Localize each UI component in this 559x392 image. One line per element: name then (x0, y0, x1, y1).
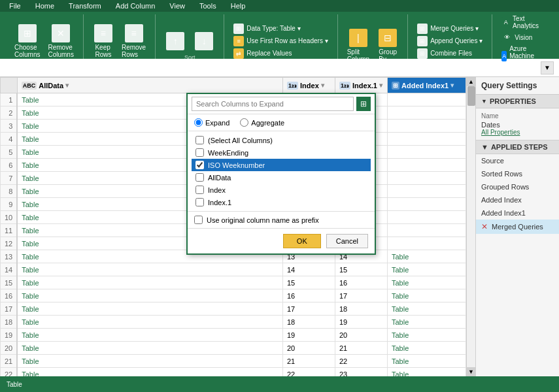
added-index1-link[interactable]: Table (392, 344, 409, 352)
search-columns-input[interactable] (192, 97, 354, 111)
tab-home[interactable]: Home (29, 0, 61, 12)
cancel-button[interactable]: Cancel (326, 234, 368, 248)
added-index1-link[interactable]: Table (392, 305, 409, 313)
step-item-grouped-rows[interactable]: Grouped Rows (476, 180, 559, 193)
col-index-sort-icon[interactable]: ▾ (321, 82, 324, 89)
added-index1-link[interactable]: Table (392, 370, 409, 377)
table-link[interactable]: Table (22, 253, 39, 261)
added-index1-link[interactable]: Table (392, 318, 409, 326)
combine-files-button[interactable]: ⊞ Combine Files (415, 48, 485, 59)
select-all-item[interactable]: (Select All Columns) (194, 134, 368, 146)
remove-rows-button[interactable]: ≡ RemoveRows (119, 23, 148, 59)
keep-rows-button[interactable]: ≡ KeepRows (90, 23, 116, 59)
table-link[interactable]: Table (22, 240, 39, 248)
search-columns-button[interactable]: ⊞ (356, 97, 371, 111)
col-alldata-header[interactable]: ABC AllData ▾ (17, 78, 282, 93)
select-all-checkbox[interactable] (195, 136, 204, 144)
added-index1-link[interactable]: Table (392, 331, 409, 339)
scroll-thumb[interactable] (467, 86, 475, 106)
table-link[interactable]: Table (22, 201, 39, 208)
table-link[interactable]: Table (22, 266, 39, 274)
added-index1-link[interactable]: Table (392, 292, 409, 300)
applied-steps-title[interactable]: ▼ APPLIED STEPS (476, 140, 559, 154)
added-index1-link[interactable]: Table (392, 266, 409, 274)
tab-file[interactable]: File (3, 0, 27, 12)
aggregate-radio[interactable] (240, 118, 248, 127)
index1-expand-item[interactable]: Index.1 (194, 196, 368, 208)
sort-asc-button[interactable]: ↑ (162, 31, 188, 52)
group-by-button[interactable]: ⊟ GroupBy (375, 27, 401, 64)
table-link[interactable]: Table (22, 357, 39, 365)
text-analytics-button[interactable]: A Text Analytics (499, 14, 547, 30)
remove-columns-button[interactable]: ✕ RemoveColumns (45, 23, 76, 59)
col-index-header[interactable]: 1₂₃ Index ▾ (283, 78, 335, 93)
weekending-item[interactable]: WeekEnding (194, 146, 368, 159)
table-link[interactable]: Table (22, 318, 39, 326)
tab-transform[interactable]: Transform (62, 0, 108, 12)
table-link[interactable]: Table (22, 135, 39, 143)
index-expand-checkbox[interactable] (195, 186, 204, 194)
col-added-index1-header[interactable]: ⊞ Added Index1 ▾ (388, 78, 466, 93)
table-link[interactable]: Table (22, 227, 39, 235)
table-link[interactable]: Table (22, 109, 39, 117)
table-link[interactable]: Table (22, 214, 39, 221)
table-link[interactable]: Table (22, 174, 39, 182)
sort-desc-button[interactable]: ↓ (191, 31, 217, 52)
step-delete-icon[interactable]: ✕ (481, 222, 488, 231)
table-link[interactable]: Table (22, 331, 39, 339)
col-alldata-sort-icon[interactable]: ▾ (65, 82, 69, 89)
table-link[interactable]: Table (22, 344, 39, 352)
scroll-up-button[interactable]: ▲ (467, 77, 476, 86)
replace-values-button[interactable]: ⇄ Replace Values (231, 48, 330, 59)
table-link[interactable]: Table (22, 305, 39, 313)
table-link[interactable]: Table (22, 292, 39, 300)
table-link[interactable]: Table (22, 161, 39, 169)
all-properties-link[interactable]: All Properties (481, 129, 554, 136)
vision-button[interactable]: 👁 Vision (499, 31, 547, 43)
first-row-button[interactable]: ≡ Use First Row as Headers ▾ (231, 35, 330, 47)
scroll-down-button[interactable]: ▼ (467, 367, 476, 376)
scroll-track[interactable] (467, 86, 475, 367)
added-index1-link[interactable]: Table (392, 279, 409, 287)
step-item-added-index[interactable]: Added Index (476, 193, 559, 206)
alldata-expand-checkbox[interactable] (195, 173, 204, 182)
step-item-sorted-rows[interactable]: Sorted Rows (476, 167, 559, 180)
tab-view[interactable]: View (163, 0, 192, 12)
expand-radio[interactable] (194, 118, 203, 127)
vertical-scrollbar[interactable]: ▲ ▼ (466, 77, 475, 376)
index-expand-item[interactable]: Index (194, 184, 368, 196)
append-queries-button[interactable]: ⊞ Append Queries ▾ (415, 35, 485, 47)
col-added-index1-sort-icon[interactable]: ▾ (450, 82, 454, 89)
aggregate-radio-label[interactable]: Aggregate (240, 118, 284, 127)
added-index1-link[interactable]: Table (392, 357, 409, 365)
step-item-merged-queries[interactable]: ✕Merged Queries (476, 220, 559, 234)
alldata-expand-item[interactable]: AllData (194, 171, 368, 184)
col-index1-header[interactable]: 1₂₃ Index.1 ▾ (335, 78, 388, 93)
col-index1-sort-icon[interactable]: ▾ (379, 82, 382, 89)
weekending-checkbox[interactable] (195, 148, 204, 157)
table-link[interactable]: Table (22, 279, 39, 287)
tab-add-column[interactable]: Add Column (109, 0, 162, 12)
added-index1-link[interactable]: Table (392, 253, 409, 261)
expand-radio-label[interactable]: Expand (194, 118, 229, 127)
iso-weeknumber-item[interactable]: ISO Weeknumber (192, 159, 371, 171)
step-item-added-index1[interactable]: Added Index1 (476, 206, 559, 220)
tab-tools[interactable]: Tools (193, 0, 223, 12)
data-type-button[interactable]: ⊞ Data Type: Table ▾ (231, 23, 330, 35)
tab-help[interactable]: Help (224, 0, 252, 12)
formula-expand-button[interactable]: ▼ (541, 61, 554, 74)
ok-button[interactable]: OK (283, 234, 321, 248)
step-item-source[interactable]: Source (476, 154, 559, 167)
azure-ml-button[interactable]: A Azure Machine Learning (499, 44, 547, 67)
table-link[interactable]: Table (22, 370, 39, 377)
table-link[interactable]: Table (22, 148, 39, 156)
index1-expand-checkbox[interactable] (195, 198, 204, 206)
table-link[interactable]: Table (22, 122, 39, 130)
iso-weeknumber-checkbox[interactable] (195, 161, 204, 169)
split-column-button[interactable]: | SplitColumn (345, 27, 372, 64)
choose-columns-button[interactable]: ⊞ ChooseColumns (12, 23, 42, 59)
use-prefix-checkbox[interactable] (194, 216, 203, 224)
table-link[interactable]: Table (22, 96, 39, 104)
properties-section-title[interactable]: ▼ PROPERTIES (476, 95, 559, 108)
merge-queries-button[interactable]: ⊞ Merge Queries ▾ (415, 23, 485, 35)
